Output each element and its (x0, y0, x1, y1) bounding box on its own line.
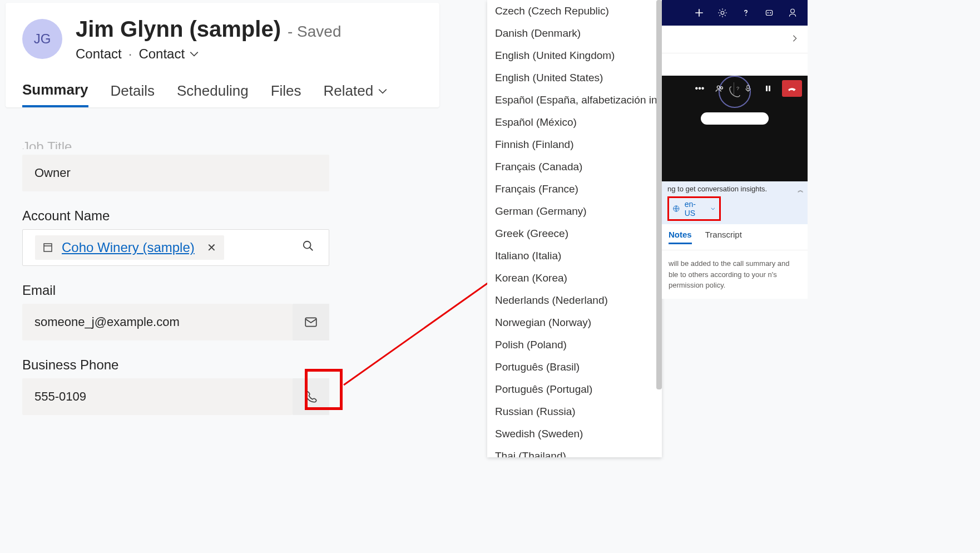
scrollbar[interactable] (656, 0, 662, 389)
account-pill: Coho Winery (sample) ✕ (35, 235, 224, 260)
language-option[interactable]: Nederlands (Nederland) (487, 289, 662, 312)
save-state: - Saved (288, 23, 341, 41)
svg-point-9 (768, 12, 769, 13)
call-tabs: Notes Transcript (662, 224, 808, 250)
chevron-down-icon (378, 86, 388, 96)
entity-type: Contact (76, 46, 122, 62)
phone-icon (304, 389, 318, 404)
language-code: en-US (685, 200, 706, 218)
contact-name: Jim Glynn (sample) (76, 17, 281, 42)
search-icon[interactable] (302, 240, 314, 255)
language-option[interactable]: Polish (Poland) (487, 334, 662, 356)
language-option[interactable]: Italiano (Italia) (487, 245, 662, 267)
svg-point-11 (791, 9, 795, 13)
language-option[interactable]: Português (Brasil) (487, 356, 662, 378)
more-icon[interactable]: ••• (694, 82, 706, 95)
email-field[interactable]: someone_j@example.com (22, 304, 293, 340)
email-icon (304, 315, 318, 329)
contact-header: JG Jim Glynn (sample) - Saved Contact · … (6, 3, 439, 65)
account-field[interactable]: Coho Winery (sample) ✕ (22, 229, 329, 266)
language-option[interactable]: Thai (Thailand) (487, 445, 662, 457)
svg-rect-14 (747, 85, 749, 89)
gear-icon[interactable] (717, 8, 727, 18)
tab-related-label: Related (324, 82, 374, 100)
separator-dot: · (128, 46, 132, 62)
assistant-icon[interactable] (764, 8, 774, 18)
account-icon (43, 242, 54, 253)
field-label-email: Email (22, 283, 329, 298)
person-icon[interactable] (788, 8, 798, 18)
language-option[interactable]: Greek (Greece) (487, 223, 662, 245)
language-option[interactable]: English (United States) (487, 67, 662, 89)
account-link[interactable]: Coho Winery (sample) (62, 240, 195, 255)
svg-point-2 (304, 241, 311, 249)
help-icon[interactable] (741, 8, 751, 18)
language-option[interactable]: Español (México) (487, 111, 662, 134)
language-selector[interactable]: en-US (667, 196, 721, 221)
add-icon[interactable] (694, 8, 704, 18)
chevron-down-icon (189, 49, 199, 59)
job-title-field[interactable]: Owner (22, 155, 329, 191)
svg-point-13 (720, 87, 722, 89)
svg-point-10 (770, 12, 771, 13)
avatar: JG (22, 19, 62, 59)
tab-scheduling[interactable]: Scheduling (177, 81, 249, 107)
language-option[interactable]: Swedish (Sweden) (487, 423, 662, 445)
field-label-phone: Business Phone (22, 357, 329, 373)
svg-point-7 (745, 15, 746, 16)
app-topbar (662, 0, 808, 26)
language-option[interactable]: Korean (Korea) (487, 267, 662, 289)
svg-line-3 (310, 248, 313, 251)
caller-name-redacted (701, 112, 769, 125)
language-option[interactable]: Norwegian (Norway) (487, 312, 662, 334)
hangup-button[interactable] (782, 80, 802, 97)
call-controls: ••• (694, 80, 802, 97)
svg-rect-15 (766, 86, 768, 91)
language-option[interactable]: Czech (Czech Republic) (487, 0, 662, 22)
language-option[interactable]: English (United Kingdom) (487, 45, 662, 67)
tab-related[interactable]: Related (324, 81, 388, 107)
language-option[interactable]: Français (France) (487, 178, 662, 200)
language-option[interactable]: Français (Canada) (487, 156, 662, 178)
call-video-area: ••• ? (662, 76, 808, 181)
send-email-button[interactable] (293, 304, 329, 340)
svg-rect-8 (766, 11, 772, 16)
call-panel: ••• ? ︽ ng to get conversation insights.… (662, 53, 808, 299)
form-area: Job Title Owner Account Name Coho Winery… (6, 134, 346, 432)
expand-row (662, 26, 808, 53)
language-option[interactable]: Danish (Denmark) (487, 22, 662, 45)
tab-details[interactable]: Details (111, 81, 155, 107)
form-type-dropdown[interactable]: Contact (138, 46, 199, 62)
call-phone-button[interactable] (293, 378, 329, 415)
chevron-right-icon[interactable] (791, 34, 799, 45)
language-dropdown: Czech (Czech Republic)Danish (Denmark)En… (487, 0, 662, 457)
tab-summary[interactable]: Summary (22, 81, 88, 107)
language-option[interactable]: German (Germany) (487, 200, 662, 223)
globe-icon (672, 205, 680, 213)
phone-field[interactable]: 555-0109 (22, 378, 293, 415)
pause-icon[interactable] (762, 82, 774, 95)
form-type-label: Contact (138, 46, 185, 62)
collapse-icon[interactable]: ︽ (798, 186, 802, 194)
mic-icon[interactable] (742, 82, 754, 95)
clear-account-icon[interactable]: ✕ (207, 241, 216, 254)
language-option[interactable]: Finnish (Finland) (487, 134, 662, 156)
tab-bar: Summary Details Scheduling Files Related (6, 65, 439, 107)
language-option[interactable]: Español (España, alfabetización internac… (487, 89, 662, 111)
insights-bar: ︽ ng to get conversation insights. en-US (662, 181, 808, 224)
divider (734, 82, 734, 95)
svg-rect-16 (769, 86, 770, 91)
tab-files[interactable]: Files (271, 81, 301, 107)
field-label-job-title: Job Title (22, 139, 329, 149)
chevron-down-icon (710, 206, 716, 211)
call-tab-notes[interactable]: Notes (669, 230, 692, 244)
notes-body: will be added to the call summary and bl… (662, 250, 808, 299)
language-option[interactable]: Português (Portugal) (487, 378, 662, 401)
contact-card: JG Jim Glynn (sample) - Saved Contact · … (6, 3, 439, 107)
call-tab-transcript[interactable]: Transcript (705, 230, 742, 244)
language-option[interactable]: Russian (Russia) (487, 401, 662, 423)
svg-point-6 (721, 11, 724, 14)
field-label-account: Account Name (22, 208, 329, 224)
people-icon[interactable] (714, 82, 726, 95)
insights-text: ng to get conversation insights. (667, 185, 802, 193)
